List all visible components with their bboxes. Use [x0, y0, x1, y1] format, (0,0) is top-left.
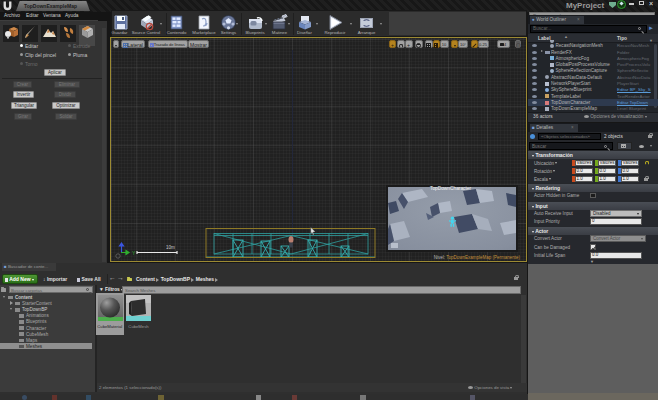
svg-text:10m: 10m [166, 245, 175, 250]
svg-text:Y: Y [132, 250, 136, 256]
